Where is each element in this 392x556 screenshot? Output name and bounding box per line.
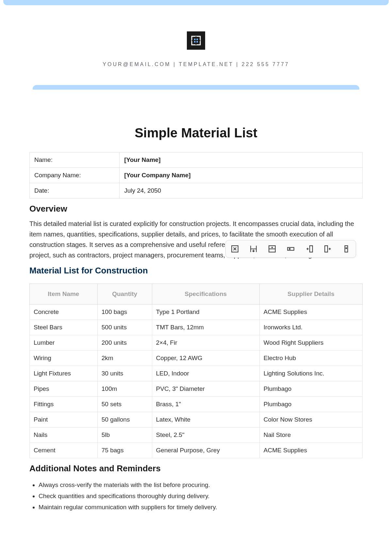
document-body: YOUR@EMAIL.COM | TEMPLATE.NET | 222 555 …	[0, 31, 392, 533]
cell-item: Nails	[30, 427, 98, 443]
cell-supplier: Wood Right Suppliers	[259, 335, 362, 351]
cell-item: Concrete	[30, 304, 98, 320]
meta-name-value: [Your Name]	[120, 152, 363, 168]
list-item: Check quantities and specifications thor…	[39, 491, 363, 502]
top-accent-bar	[3, 0, 389, 5]
cell-qty: 500 units	[97, 320, 152, 335]
cell-spec: Steel, 2.5"	[152, 427, 259, 443]
cell-supplier: Ironworks Ltd.	[259, 320, 362, 335]
overview-block: This detailed material list is curated e…	[29, 218, 363, 260]
svg-rect-5	[310, 246, 313, 252]
cell-spec: PVC, 3" Diameter	[152, 381, 259, 397]
overview-heading: Overview	[29, 204, 363, 214]
delete-row-icon[interactable]	[286, 245, 295, 253]
logo-icon	[187, 31, 205, 50]
col-item: Item Name	[30, 284, 98, 304]
cell-supplier: ACME Supplies	[259, 443, 362, 458]
meta-company-label: Company Name:	[30, 168, 120, 183]
svg-rect-7	[345, 246, 348, 252]
table-row: Cement75 bagsGeneral Purpose, GreyACME S…	[30, 443, 363, 458]
cell-spec: Type 1 Portland	[152, 304, 259, 320]
split-cell-down-icon[interactable]	[249, 245, 258, 253]
table-row: Lumber200 units2×4, FirWood Right Suppli…	[30, 335, 363, 351]
cell-supplier: Plumbago	[259, 381, 362, 397]
table-row: Date: July 24, 2050	[30, 183, 363, 199]
list-item: Maintain regular communication with supp…	[39, 502, 363, 513]
svg-rect-6	[325, 246, 328, 252]
col-supplier: Supplier Details	[259, 284, 362, 304]
table-row: Concrete100 bagsType 1 PortlandACME Supp…	[30, 304, 363, 320]
meta-name-label: Name:	[30, 152, 120, 168]
meta-table: Name: [Your Name] Company Name: [Your Co…	[29, 152, 363, 199]
table-row: Steel Bars500 unitsTMT Bars, 12mmIronwor…	[30, 320, 363, 335]
table-row: Light Fixtures30 unitsLED, IndoorLightin…	[30, 366, 363, 381]
cell-item: Steel Bars	[30, 320, 98, 335]
cell-item: Fittings	[30, 397, 98, 412]
svg-rect-4	[287, 248, 294, 251]
table-row: Name: [Your Name]	[30, 152, 363, 168]
table-header-row: Item Name Quantity Specifications Suppli…	[30, 284, 363, 304]
insert-column-left-icon[interactable]	[324, 245, 332, 253]
cell-item: Wiring	[30, 351, 98, 366]
cell-supplier: Nail Store	[259, 427, 362, 443]
delete-cell-icon[interactable]	[231, 245, 239, 253]
logo-wrap	[29, 31, 363, 50]
cell-qty: 75 bags	[97, 443, 152, 458]
materials-heading: Material List for Construction	[29, 266, 363, 276]
materials-table: Item Name Quantity Specifications Suppli…	[29, 284, 363, 458]
cell-spec: 2×4, Fir	[152, 335, 259, 351]
cell-item: Light Fixtures	[30, 366, 98, 381]
list-item: Always cross-verify the materials with t…	[39, 479, 363, 491]
insert-column-right-icon[interactable]	[305, 245, 314, 253]
table-tools-toolbar	[225, 240, 356, 258]
page-title: Simple Material List	[29, 126, 363, 140]
cell-supplier: Color Now Stores	[259, 412, 362, 427]
table-row: Company Name: [Your Company Name]	[30, 168, 363, 183]
cell-supplier: ACME Supplies	[259, 304, 362, 320]
cell-item: Pipes	[30, 381, 98, 397]
contact-line: YOUR@EMAIL.COM | TEMPLATE.NET | 222 555 …	[29, 61, 363, 67]
cell-supplier: Plumbago	[259, 397, 362, 412]
meta-company-value: [Your Company Name]	[120, 168, 363, 183]
cell-qty: 50 gallons	[97, 412, 152, 427]
cell-supplier: Electro Hub	[259, 351, 362, 366]
notes-list: Always cross-verify the materials with t…	[29, 479, 363, 513]
table-row: Pipes100mPVC, 3" DiameterPlumbago	[30, 381, 363, 397]
table-row: Fittings50 setsBrass, 1"Plumbago	[30, 397, 363, 412]
table-row: Wiring2kmCopper, 12 AWGElectro Hub	[30, 351, 363, 366]
cell-item: Cement	[30, 443, 98, 458]
table-row: Nails5lbSteel, 2.5"Nail Store	[30, 427, 363, 443]
cell-spec: Latex, White	[152, 412, 259, 427]
cell-item: Lumber	[30, 335, 98, 351]
cell-qty: 30 units	[97, 366, 152, 381]
cell-qty: 100 bags	[97, 304, 152, 320]
col-spec: Specifications	[152, 284, 259, 304]
table-row: Paint50 gallonsLatex, WhiteColor Now Sto…	[30, 412, 363, 427]
cell-spec: LED, Indoor	[152, 366, 259, 381]
cell-supplier: Lighting Solutions Inc.	[259, 366, 362, 381]
cell-spec: Copper, 12 AWG	[152, 351, 259, 366]
cell-spec: Brass, 1"	[152, 397, 259, 412]
delete-column-icon[interactable]	[342, 245, 351, 253]
cell-qty: 100m	[97, 381, 152, 397]
cell-qty: 200 units	[97, 335, 152, 351]
cell-spec: TMT Bars, 12mm	[152, 320, 259, 335]
notes-heading: Additional Notes and Reminders	[29, 463, 363, 474]
col-qty: Quantity	[97, 284, 152, 304]
cell-qty: 5lb	[97, 427, 152, 443]
meta-date-label: Date:	[30, 183, 120, 199]
cell-item: Paint	[30, 412, 98, 427]
divider-band	[33, 85, 359, 90]
cell-qty: 2km	[97, 351, 152, 366]
cell-spec: General Purpose, Grey	[152, 443, 259, 458]
insert-row-icon[interactable]	[268, 245, 276, 253]
cell-qty: 50 sets	[97, 397, 152, 412]
meta-date-value: July 24, 2050	[120, 183, 363, 199]
